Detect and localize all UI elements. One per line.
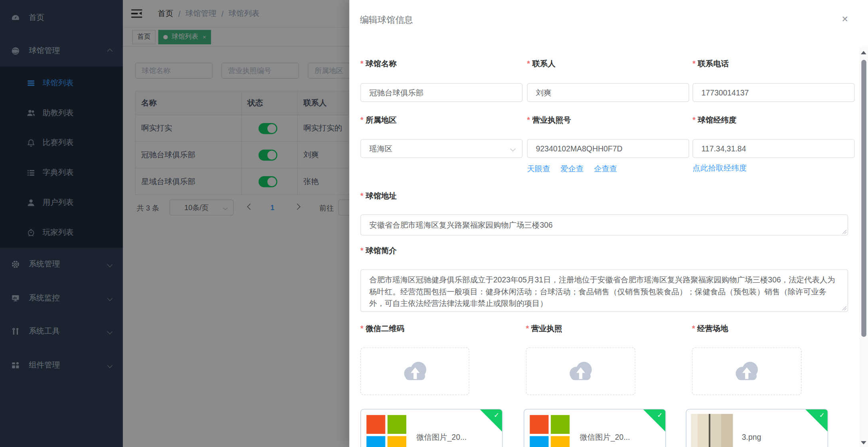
chevron-down-icon — [510, 146, 516, 152]
uploaded-file-card[interactable]: 微信图片_20... ✓ — [360, 409, 502, 447]
required-mark: * — [692, 115, 696, 124]
business-license-upload-dropzone[interactable] — [526, 348, 636, 395]
latlng-input[interactable]: 117.34,31.84 — [692, 139, 854, 158]
file-thumbnail — [365, 414, 407, 447]
app-root: 首页 球馆管理 球馆列表 助教列表 — [0, 0, 868, 447]
field-label-phone: *联系电话 — [692, 59, 729, 69]
required-mark: * — [692, 59, 696, 68]
field-label-region: *所属地区 — [360, 115, 397, 125]
field-label-license: *营业执照号 — [527, 115, 571, 125]
field-label-wechat-qr: *微信二维码 — [360, 324, 404, 334]
check-icon: ✓ — [819, 411, 825, 419]
aiqicha-link[interactable]: 爱企查 — [560, 164, 583, 173]
contact-input[interactable]: 刘爽 — [527, 83, 689, 102]
close-icon[interactable]: ✕ — [841, 14, 848, 24]
license-lookup-links: 天眼查 爱企查 企查查 — [527, 163, 625, 174]
region-select[interactable]: 瑶海区 — [360, 139, 522, 158]
field-label-address: *球馆地址 — [360, 191, 397, 201]
venue-name-input[interactable]: 冠驰台球俱乐部 — [360, 83, 522, 102]
required-mark: * — [360, 115, 364, 124]
resize-handle[interactable] — [841, 305, 846, 310]
required-mark: * — [527, 115, 530, 124]
pick-latlng-link[interactable]: 点此拾取经纬度 — [692, 163, 747, 173]
required-mark: * — [526, 324, 529, 333]
field-label-intro: *球馆简介 — [360, 246, 397, 256]
uploaded-file-card[interactable]: 3.png ✓ — [686, 409, 828, 447]
scroll-up-arrow[interactable] — [861, 51, 866, 54]
required-mark: * — [360, 59, 364, 68]
cloud-upload-icon — [400, 359, 430, 383]
drawer-title: 编辑球馆信息 — [360, 14, 413, 26]
required-mark: * — [360, 191, 364, 200]
field-label-business-license: *营业执照 — [526, 324, 562, 334]
resize-handle[interactable] — [841, 229, 846, 234]
scroll-down-arrow[interactable] — [861, 441, 866, 444]
file-name: 微信图片_20... — [416, 433, 467, 443]
address-textarea[interactable]: 安徽省合肥市瑶海区复兴路聚福家园购物广场三楼306 — [360, 215, 848, 236]
required-mark: * — [360, 324, 364, 333]
check-icon: ✓ — [657, 411, 662, 419]
premises-upload-dropzone[interactable] — [692, 348, 802, 395]
drawer-scrollbar — [859, 47, 868, 447]
license-input[interactable]: 92340102MA8QHH0F7D — [527, 139, 689, 158]
file-thumbnail — [529, 414, 571, 447]
field-label-contact: *联系人 — [527, 59, 556, 69]
field-label-venue-name: *球馆名称 — [360, 59, 397, 69]
field-label-latlng: *球馆经纬度 — [692, 115, 736, 125]
qichacha-link[interactable]: 企查查 — [594, 164, 617, 173]
cloud-upload-icon — [732, 359, 762, 383]
file-name: 3.png — [742, 433, 761, 441]
file-name: 微信图片_20... — [579, 433, 630, 443]
wechat-qr-upload-dropzone[interactable] — [360, 348, 469, 395]
edit-venue-drawer: 编辑球馆信息 ✕ *球馆名称 *联系人 *联系电话 冠驰台球俱乐部 刘爽 177… — [349, 0, 868, 447]
cloud-upload-icon — [566, 359, 596, 383]
tianyancha-link[interactable]: 天眼查 — [527, 164, 550, 173]
region-value: 瑶海区 — [369, 144, 392, 153]
required-mark: * — [360, 246, 364, 255]
required-mark: * — [692, 324, 695, 333]
field-label-premises: *经营场地 — [692, 324, 728, 334]
scrollbar-thumb[interactable] — [861, 60, 866, 337]
check-icon: ✓ — [494, 411, 499, 419]
intro-textarea[interactable]: 合肥市瑶海区冠驰健身俱乐部成立于2023年05月31日，注册地位于安徽省合肥市瑶… — [360, 269, 848, 312]
required-mark: * — [527, 59, 530, 68]
uploaded-file-card[interactable]: 微信图片_20... ✓ — [524, 409, 666, 447]
file-thumbnail — [691, 414, 733, 447]
phone-input[interactable]: 17730014137 — [692, 83, 854, 102]
